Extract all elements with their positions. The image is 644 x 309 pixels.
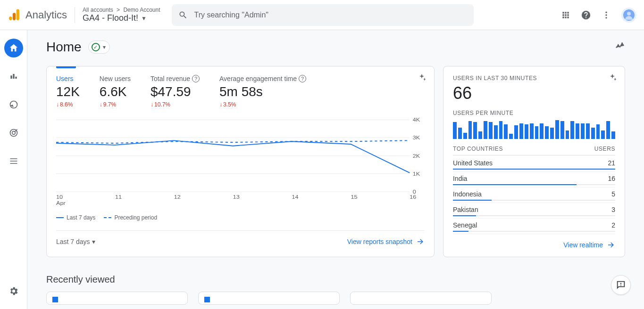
date-range-picker[interactable]: Last 7 days▾	[56, 238, 95, 245]
svg-rect-0	[9, 16, 12, 20]
search-icon	[178, 10, 188, 20]
left-nav	[0, 30, 27, 309]
nav-reports[interactable]	[4, 67, 23, 86]
country-row: India16	[453, 172, 615, 187]
realtime-subtitle: USERS PER MINUTE	[453, 110, 615, 116]
country-row: United States21	[453, 156, 615, 172]
search-placeholder: Try searching "Admin"	[194, 11, 268, 19]
metric-value: 5m 58s	[219, 84, 306, 99]
svg-point-10	[12, 131, 15, 135]
chevron-down-icon: ▾	[103, 44, 106, 50]
svg-rect-2	[17, 9, 19, 20]
arrow-right-icon	[416, 237, 425, 246]
country-name: Pakistan	[453, 206, 478, 213]
svg-text:3K: 3K	[413, 135, 420, 141]
svg-text:16: 16	[410, 194, 416, 200]
realtime-bar	[458, 128, 462, 139]
nav-configure[interactable]	[4, 152, 23, 171]
info-icon[interactable]: ?	[299, 75, 306, 82]
info-icon[interactable]: ?	[192, 75, 200, 82]
card-icon	[204, 297, 210, 302]
country-users: 5	[611, 190, 615, 198]
chevron-down-icon: ▼	[141, 15, 147, 22]
target-icon	[9, 128, 18, 138]
realtime-bar	[463, 133, 467, 139]
more-vert-icon[interactable]	[602, 10, 611, 20]
metric-label: New users	[100, 75, 131, 82]
feedback-icon	[616, 280, 626, 290]
realtime-bar	[606, 121, 610, 139]
realtime-bar	[478, 131, 482, 139]
realtime-bar	[611, 131, 615, 139]
metric-average-engagement-time[interactable]: Average engagement time?5m 58s↓3.5%	[219, 75, 306, 108]
realtime-bar	[489, 122, 493, 139]
search-input[interactable]: Try searching "Admin"	[172, 4, 474, 26]
realtime-bar	[545, 126, 549, 139]
view-realtime-link[interactable]: View realtime	[563, 241, 615, 249]
metric-value: $47.59	[151, 84, 200, 99]
account-avatar[interactable]	[621, 8, 636, 23]
realtime-bar	[514, 125, 518, 139]
realtime-bar	[519, 123, 523, 139]
apps-icon[interactable]	[561, 10, 570, 20]
check-circle-icon: ✓	[92, 43, 100, 51]
bar-chart-icon	[9, 72, 18, 81]
users-header: USERS	[594, 146, 615, 152]
help-icon[interactable]	[581, 10, 591, 20]
svg-text:4K: 4K	[413, 117, 420, 123]
realtime-bar	[601, 130, 605, 139]
insights-icon[interactable]	[615, 41, 625, 51]
svg-point-5	[605, 17, 607, 18]
analytics-logo-icon	[8, 8, 21, 22]
svg-text:10: 10	[56, 194, 63, 200]
nav-explore[interactable]	[4, 95, 23, 114]
realtime-bar	[540, 123, 544, 139]
product-name: Analytics	[25, 9, 67, 21]
metric-users[interactable]: Users12K↓8.6%	[56, 75, 80, 108]
svg-text:2K: 2K	[413, 153, 420, 159]
nav-advertising[interactable]	[4, 123, 23, 142]
app-header: Analytics All accounts > Demo Account GA…	[0, 0, 644, 30]
product-logo-block[interactable]: Analytics	[8, 8, 67, 22]
card-icon	[52, 297, 58, 302]
nav-home[interactable]	[4, 39, 23, 57]
content-area: Home ✓ ▾ Users12K↓8.6%New users6.6K↓9.7%…	[27, 30, 644, 309]
home-icon	[8, 43, 19, 53]
separator	[75, 7, 75, 23]
svg-text:11: 11	[115, 194, 122, 200]
svg-point-12	[621, 42, 623, 44]
arrow-right-icon	[607, 241, 615, 249]
metric-delta: ↓8.6%	[56, 101, 80, 108]
recent-card[interactable]	[46, 292, 188, 305]
country-row: Pakistan3	[453, 203, 615, 219]
recent-card[interactable]	[350, 292, 492, 305]
account-switcher[interactable]: All accounts > Demo Account GA4 - Flood-…	[83, 7, 160, 23]
svg-text:15: 15	[351, 194, 357, 200]
svg-point-8	[10, 101, 17, 108]
realtime-bar	[560, 121, 564, 139]
sparkle-icon[interactable]	[608, 73, 617, 82]
recent-card[interactable]	[198, 292, 340, 305]
sparkle-icon[interactable]	[417, 73, 427, 82]
view-reports-link[interactable]: View reports snapshot	[347, 237, 425, 246]
list-icon	[9, 156, 18, 166]
metric-new-users[interactable]: New users6.6K↓9.7%	[100, 75, 131, 108]
realtime-bar	[555, 120, 559, 139]
page-title: Home	[46, 40, 82, 55]
realtime-bar	[586, 123, 590, 139]
realtime-card: USERS IN LAST 30 MINUTES 66 USERS PER MI…	[443, 66, 625, 257]
realtime-bar	[504, 124, 508, 139]
status-chip[interactable]: ✓ ▾	[88, 41, 110, 54]
metric-total-revenue[interactable]: Total revenue?$47.59↓10.7%	[151, 75, 200, 108]
realtime-bar	[499, 121, 503, 139]
realtime-bar	[550, 128, 554, 139]
feedback-button[interactable]	[611, 275, 631, 295]
realtime-bar	[581, 123, 585, 139]
realtime-title: USERS IN LAST 30 MINUTES	[453, 75, 615, 81]
metric-label: Users	[56, 75, 80, 82]
users-line-chart: 01K2K3K4K10111213141516Apr	[56, 115, 425, 211]
realtime-bar	[453, 122, 457, 139]
nav-admin[interactable]	[4, 282, 23, 301]
country-row: Indonesia5	[453, 187, 615, 203]
country-row: Senegal2	[453, 219, 615, 234]
